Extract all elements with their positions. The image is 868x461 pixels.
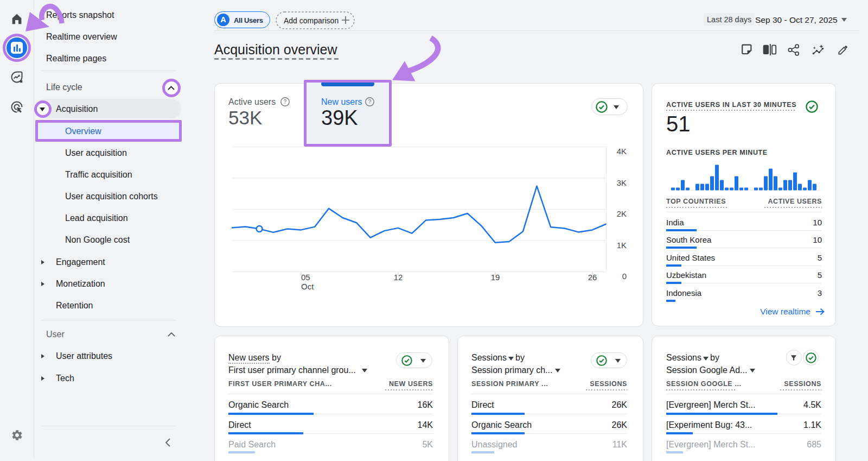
svg-text:Oct: Oct bbox=[301, 282, 314, 291]
svg-text:1K: 1K bbox=[617, 241, 627, 250]
svg-text:12: 12 bbox=[394, 273, 403, 282]
svg-text:19: 19 bbox=[491, 273, 500, 282]
svg-text:05: 05 bbox=[301, 273, 310, 282]
svg-text:26: 26 bbox=[588, 273, 597, 282]
svg-text:?: ? bbox=[284, 98, 287, 105]
svg-text:3K: 3K bbox=[617, 178, 627, 187]
svg-text:4K: 4K bbox=[617, 147, 627, 156]
svg-text:2K: 2K bbox=[617, 209, 627, 218]
svg-text:0: 0 bbox=[622, 271, 627, 281]
